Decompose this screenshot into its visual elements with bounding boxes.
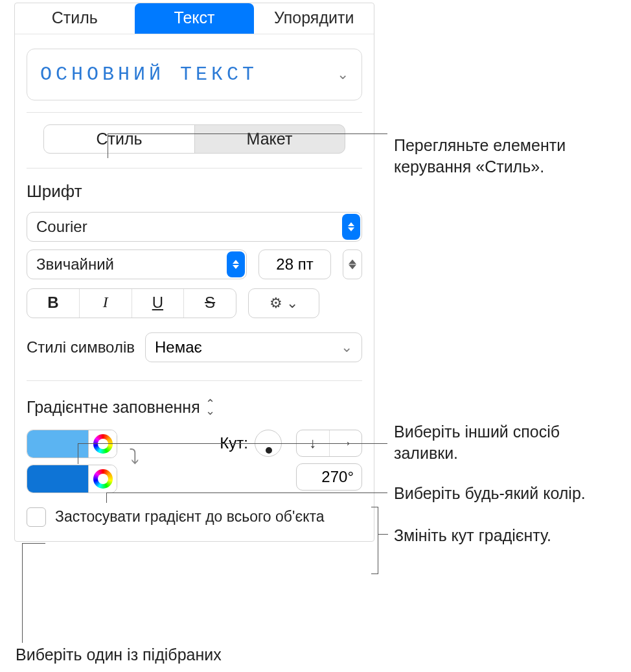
chevron-down-icon: ⌄ xyxy=(286,295,298,312)
character-styles-value: Немає xyxy=(155,338,202,356)
colorwheel-icon xyxy=(93,434,113,454)
tab-text[interactable]: Текст xyxy=(135,3,255,34)
callout-leader xyxy=(106,492,387,493)
callout-leader xyxy=(108,133,387,134)
tab-style[interactable]: Стиль xyxy=(15,3,135,34)
callout-any-color: Виберіть будь-який колір. xyxy=(394,483,627,504)
svg-marker-1 xyxy=(348,227,354,231)
strikethrough-button[interactable]: S xyxy=(184,289,236,318)
font-section: Шрифт Courier Звичайний 28 пт xyxy=(15,168,374,380)
gradient-color-1-well[interactable] xyxy=(27,430,88,458)
gradient-color-2-picker[interactable] xyxy=(88,465,117,493)
popup-stepper-icon xyxy=(342,214,360,240)
paragraph-style-name: ОСНОВНИЙ ТЕКСТ xyxy=(40,64,258,86)
gradient-stops-column xyxy=(27,430,117,493)
angle-dial-dot xyxy=(266,447,272,454)
gradient-color-2-well[interactable] xyxy=(27,465,88,492)
paragraph-style-popup[interactable]: ОСНОВНИЙ ТЕКСТ ⌄ xyxy=(27,49,362,100)
callout-leader xyxy=(378,534,388,535)
callout-bracket xyxy=(378,507,378,574)
fill-type-popup[interactable]: Градієнтне заповнення ⌃⌄ xyxy=(27,398,362,417)
gradient-color-2 xyxy=(27,465,117,493)
callout-leader xyxy=(22,543,45,544)
callout-leader xyxy=(78,443,387,444)
font-size-field[interactable]: 28 пт xyxy=(258,249,331,279)
popup-stepper-icon xyxy=(227,251,245,277)
font-section-title: Шрифт xyxy=(27,181,362,202)
font-size-value: 28 пт xyxy=(276,255,313,273)
callout-leader xyxy=(22,543,23,643)
font-family-popup[interactable]: Courier xyxy=(27,212,362,242)
callout-preset-color: Виберіть один із підібраних xyxy=(16,644,262,666)
bold-button[interactable]: B xyxy=(27,289,80,318)
svg-marker-2 xyxy=(233,260,239,264)
apply-to-object-checkbox[interactable] xyxy=(27,507,46,527)
italic-button[interactable]: I xyxy=(80,289,132,318)
gradient-color-1 xyxy=(27,430,117,458)
swap-colors-button[interactable]: ⤵ xyxy=(129,430,139,469)
underline-button[interactable]: U xyxy=(132,289,185,318)
angle-value-field[interactable]: 270° xyxy=(296,463,362,491)
chevron-updown-icon: ⌃⌄ xyxy=(205,400,215,415)
gear-icon: ⚙ xyxy=(270,295,282,312)
svg-marker-3 xyxy=(233,265,239,269)
colorwheel-icon xyxy=(93,469,113,489)
subtab-row: Стиль Макет xyxy=(15,113,374,168)
callout-other-fill: Виберіть інший спосіб заливки. xyxy=(394,421,601,463)
subtab-segmented-control: Стиль Макет xyxy=(43,124,345,154)
advanced-options-button[interactable]: ⚙ ⌄ xyxy=(248,288,319,318)
character-styles-popup[interactable]: Немає ⌄ xyxy=(145,332,362,362)
font-face-value: Звичайний xyxy=(36,255,114,273)
character-styles-label: Стилі символів xyxy=(27,338,135,356)
chevron-down-icon: ⌄ xyxy=(341,339,352,356)
callout-leader xyxy=(78,443,78,464)
apply-to-object-label: Застосувати градієнт до всього об'єкта xyxy=(55,508,325,526)
callout-style-controls: Перегляньте елементи керування «Стиль». xyxy=(394,135,614,177)
svg-marker-0 xyxy=(348,222,354,226)
subtab-layout[interactable]: Макет xyxy=(194,125,345,153)
inspector-top-tabs: Стиль Текст Упорядити xyxy=(15,3,374,34)
font-family-value: Courier xyxy=(36,218,87,236)
callout-change-angle: Змініть кут градієнту. xyxy=(394,525,614,546)
tab-arrange[interactable]: Упорядити xyxy=(254,3,374,34)
chevron-down-icon: ⌄ xyxy=(337,66,349,83)
paragraph-style-row: ОСНОВНИЙ ТЕКСТ ⌄ xyxy=(15,34,374,112)
svg-marker-4 xyxy=(349,259,356,264)
fill-section: Градієнтне заповнення ⌃⌄ xyxy=(15,381,374,541)
svg-marker-5 xyxy=(349,264,356,269)
font-face-popup[interactable]: Звичайний xyxy=(27,249,247,279)
font-size-stepper[interactable] xyxy=(343,249,362,279)
format-inspector-panel: Стиль Текст Упорядити ОСНОВНИЙ ТЕКСТ ⌄ С… xyxy=(14,3,374,542)
callout-leader xyxy=(108,133,108,158)
angle-value: 270° xyxy=(321,468,354,486)
callout-leader xyxy=(106,492,107,503)
text-style-segmented: B I U S xyxy=(27,288,236,318)
subtab-style[interactable]: Стиль xyxy=(44,125,194,153)
fill-type-value: Градієнтне заповнення xyxy=(27,398,200,417)
gradient-color-1-picker[interactable] xyxy=(88,430,117,458)
